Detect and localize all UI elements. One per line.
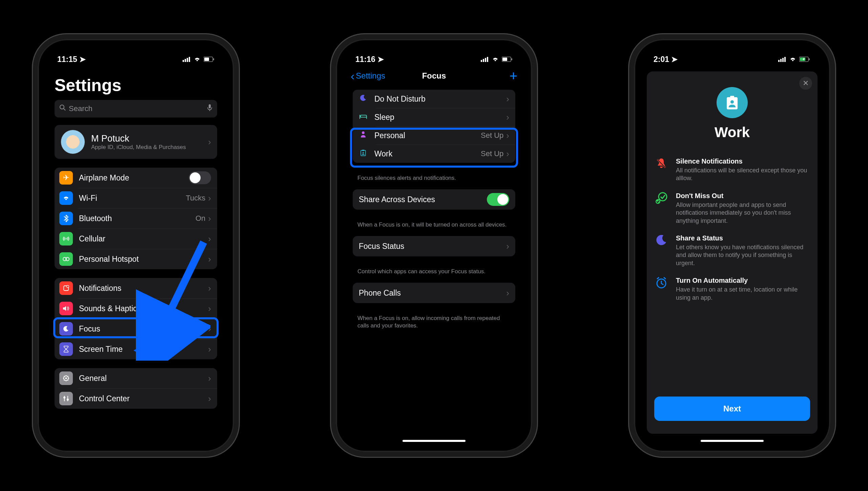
focus-icon — [59, 322, 73, 336]
feature-body: Have it turn on at a set time, location … — [676, 286, 810, 302]
chevron-right-icon: › — [506, 112, 509, 123]
personal-label: Personal — [374, 131, 481, 140]
screentime-row[interactable]: Screen Time › — [55, 339, 217, 359]
feature-title: Silence Notifications — [676, 157, 810, 165]
svg-rect-5 — [204, 58, 209, 61]
status-label: Focus Status — [359, 242, 506, 251]
cellular-row[interactable]: Cellular › — [55, 229, 217, 249]
home-indicator[interactable] — [402, 440, 466, 442]
controlcenter-row[interactable]: Control Center › — [55, 388, 217, 409]
notch — [99, 46, 173, 58]
wifi-icon — [789, 55, 797, 64]
share-footer: When a Focus is on, it will be turned on… — [343, 218, 525, 236]
search-placeholder: Search — [69, 104, 207, 113]
sleep-row[interactable]: Sleep › — [353, 108, 515, 126]
wifi-icon — [193, 55, 201, 64]
svg-rect-33 — [778, 60, 780, 62]
dnd-label: Do Not Disturb — [374, 94, 506, 104]
profile-name: M Potuck — [91, 133, 208, 144]
close-button[interactable]: ✕ — [799, 77, 812, 90]
notifications-group: Notifications › Sounds & Haptics › Focus… — [55, 278, 217, 359]
share-group: Share Across Devices — [353, 189, 515, 210]
general-row[interactable]: General › — [55, 368, 217, 388]
airplane-label: Airplane Mode — [79, 173, 189, 183]
svg-rect-27 — [502, 58, 507, 61]
personal-row[interactable]: Personal Set Up › — [353, 126, 515, 145]
svg-point-7 — [60, 105, 64, 109]
chevron-right-icon: › — [208, 393, 211, 404]
feature-title: Share a Status — [676, 234, 810, 242]
feature-dontmiss: Don't Miss Out Allow important people an… — [654, 192, 810, 225]
modes-footer: Focus silences alerts and notifications. — [343, 172, 525, 189]
cellular-icon — [59, 232, 73, 245]
home-indicator[interactable] — [701, 440, 764, 442]
wifi-label: Wi-Fi — [79, 194, 186, 203]
chevron-right-icon: › — [208, 303, 211, 314]
work-badge-icon — [717, 87, 748, 118]
status-time: 2:01 — [654, 55, 669, 64]
signal-icon — [481, 55, 489, 64]
back-button[interactable]: ‹Settings — [351, 69, 385, 83]
sounds-label: Sounds & Haptics — [79, 304, 208, 313]
location-icon: ➤ — [671, 55, 678, 64]
general-label: General — [79, 374, 208, 383]
sleep-label: Sleep — [374, 113, 506, 122]
search-icon — [59, 104, 66, 113]
modal-title: Work — [654, 124, 810, 141]
next-button[interactable]: Next — [654, 397, 810, 421]
notch — [397, 46, 471, 58]
svg-rect-34 — [780, 59, 782, 62]
focus-modes-group: Do Not Disturb › Sleep › Personal Set Up — [353, 90, 515, 163]
status-footer: Control which apps can access your Focus… — [343, 265, 525, 283]
dnd-row[interactable]: Do Not Disturb › — [353, 90, 515, 108]
setup-modal: ✕ Work Silence Notifications All notific… — [647, 71, 818, 434]
controlcenter-label: Control Center — [79, 394, 208, 403]
profile-group: M Potuck Apple ID, iCloud, Media & Purch… — [55, 125, 217, 159]
signal-icon — [778, 55, 786, 64]
notifications-label: Notifications — [79, 284, 208, 293]
chevron-right-icon: › — [506, 288, 509, 298]
sounds-row[interactable]: Sounds & Haptics › — [55, 298, 217, 319]
general-group: General › Control Center › — [55, 368, 217, 409]
work-row[interactable]: Work Set Up › — [353, 145, 515, 163]
status-row[interactable]: Focus Status › — [353, 236, 515, 256]
phone-work-setup: 2:01 ➤ ✕ Work Silence Notifications — [634, 39, 830, 452]
bluetooth-row[interactable]: Bluetooth On › — [55, 208, 217, 229]
share-toggle[interactable] — [487, 193, 509, 206]
notifications-icon — [59, 281, 73, 295]
chevron-right-icon: › — [208, 324, 211, 334]
svg-rect-24 — [485, 58, 486, 62]
mic-icon[interactable] — [207, 104, 212, 113]
svg-point-32 — [363, 152, 364, 153]
airplane-row[interactable]: ✈ Airplane Mode — [55, 168, 217, 188]
svg-point-14 — [67, 285, 69, 288]
svg-rect-2 — [187, 58, 188, 62]
battery-icon — [502, 55, 513, 64]
search-input[interactable]: Search — [55, 100, 217, 118]
controlcenter-icon — [59, 392, 73, 405]
airplane-toggle[interactable] — [189, 171, 211, 184]
focus-row[interactable]: Focus › — [55, 319, 217, 339]
chevron-right-icon: › — [208, 254, 211, 264]
focus-label: Focus — [79, 324, 208, 334]
wifi-row[interactable]: Wi-Fi Tucks › — [55, 188, 217, 208]
feature-body: Allow important people and apps to send … — [676, 201, 810, 225]
share-row[interactable]: Share Across Devices — [353, 189, 515, 210]
connectivity-group: ✈ Airplane Mode Wi-Fi Tucks › Bluetooth … — [55, 168, 217, 269]
moon-icon — [654, 234, 668, 267]
add-button[interactable]: + — [510, 68, 517, 84]
svg-rect-39 — [809, 58, 810, 60]
calls-label: Phone Calls — [359, 289, 506, 298]
notifications-row[interactable]: Notifications › — [55, 278, 217, 298]
hotspot-row[interactable]: Personal Hotspot › — [55, 249, 217, 269]
close-icon: ✕ — [803, 79, 809, 88]
feature-auto: Turn On Automatically Have it turn on at… — [654, 277, 810, 302]
calls-row[interactable]: Phone Calls › — [353, 283, 515, 303]
personal-action: Set Up — [481, 131, 503, 140]
svg-line-8 — [64, 109, 65, 110]
svg-rect-23 — [483, 59, 484, 62]
notch — [695, 46, 769, 58]
svg-point-19 — [63, 397, 65, 399]
apple-id-row[interactable]: M Potuck Apple ID, iCloud, Media & Purch… — [55, 125, 217, 159]
battery-charging-icon — [799, 55, 811, 64]
